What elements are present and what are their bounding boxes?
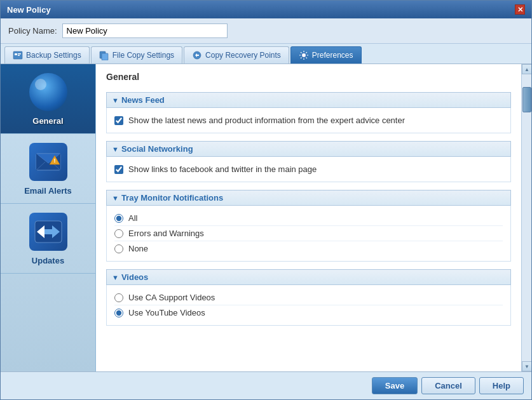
- section-body-social-networking: Show links to facebook and twitter in th…: [106, 157, 511, 182]
- videos-row-youtube: Use YouTube Videos: [114, 305, 503, 320]
- svg-text:!: !: [53, 157, 55, 164]
- globe-icon-wrap: [28, 72, 69, 112]
- section-label-videos: Videos: [121, 272, 148, 282]
- news-feed-row-0: Show the latest news and product informa…: [114, 113, 503, 128]
- policy-name-label: Policy Name:: [8, 26, 57, 36]
- dialog: New Policy ✕ Policy Name: Backup Setting…: [0, 0, 532, 400]
- tab-preferences-label: Preferences: [312, 51, 353, 60]
- sidebar-item-updates[interactable]: Updates: [1, 204, 95, 274]
- videos-radio-youtube[interactable]: [114, 309, 123, 317]
- section-label-news-feed: News Feed: [121, 95, 165, 105]
- svg-rect-5: [102, 53, 108, 60]
- main-panel-inner: General ▼ News Feed Show the latest news…: [96, 64, 521, 341]
- email-icon: !: [29, 143, 67, 181]
- tray-radio-none[interactable]: [114, 244, 123, 253]
- svg-rect-3: [18, 55, 20, 57]
- title-bar: New Policy ✕: [1, 1, 531, 18]
- email-icon-wrap: !: [28, 142, 69, 182]
- videos-radio-ca[interactable]: [114, 293, 123, 302]
- videos-label-ca: Use CA Support Videos: [128, 293, 215, 302]
- main-panel: General ▼ News Feed Show the latest news…: [96, 64, 521, 371]
- collapse-icon-tray: ▼: [112, 194, 119, 202]
- tray-row-none: None: [114, 241, 503, 256]
- section-videos: ▼ Videos Use CA Support Videos Use YouTu…: [106, 269, 511, 326]
- sidebar-item-general-label: General: [32, 116, 63, 126]
- section-body-tray-monitor: All Errors and Warnings None: [106, 206, 511, 262]
- tab-preferences[interactable]: Preferences: [290, 46, 362, 63]
- section-header-social-networking[interactable]: ▼ Social Networking: [106, 141, 511, 157]
- section-label-social-networking: Social Networking: [121, 144, 193, 154]
- tray-label-none: None: [128, 244, 148, 253]
- videos-label-youtube: Use YouTube Videos: [128, 308, 205, 317]
- policy-name-input[interactable]: [62, 23, 228, 38]
- sidebar-item-email-alerts-label: Email Alerts: [24, 186, 72, 196]
- dialog-title: New Policy: [7, 5, 51, 15]
- tray-radio-errors[interactable]: [114, 229, 123, 238]
- tab-copyrecovery-label: Copy Recovery Points: [205, 51, 281, 60]
- social-networking-row-0: Show links to facebook and twitter in th…: [114, 162, 503, 177]
- social-networking-label-0: Show links to facebook and twitter in th…: [128, 164, 317, 174]
- scroll-up-button[interactable]: ▲: [522, 64, 531, 74]
- copyrecovery-icon: [192, 50, 202, 60]
- section-body-news-feed: Show the latest news and product informa…: [106, 108, 511, 133]
- news-feed-label-0: Show the latest news and product informa…: [128, 116, 405, 125]
- cancel-button[interactable]: Cancel: [421, 377, 475, 394]
- scroll-down-button[interactable]: ▼: [522, 361, 531, 371]
- section-tray-monitor: ▼ Tray Monitor Notifications All Errors …: [106, 190, 511, 262]
- backup-icon: [13, 50, 23, 60]
- scrollbar-thumb[interactable]: [522, 87, 531, 112]
- tray-label-all: All: [128, 213, 137, 223]
- help-button[interactable]: Help: [479, 377, 524, 394]
- globe-icon: [29, 73, 67, 111]
- save-button[interactable]: Save: [372, 377, 418, 394]
- tab-copyrecovery[interactable]: Copy Recovery Points: [184, 46, 289, 63]
- panel-title: General: [106, 72, 511, 84]
- policy-name-row: Policy Name:: [1, 18, 531, 44]
- section-news-feed: ▼ News Feed Show the latest news and pro…: [106, 92, 511, 133]
- videos-row-ca: Use CA Support Videos: [114, 290, 503, 305]
- section-label-tray-monitor: Tray Monitor Notifications: [121, 193, 223, 203]
- update-icon-wrap: [28, 211, 69, 252]
- footer: Save Cancel Help: [1, 371, 531, 399]
- collapse-icon-news-feed: ▼: [112, 97, 119, 104]
- section-header-news-feed[interactable]: ▼ News Feed: [106, 92, 511, 108]
- section-body-videos: Use CA Support Videos Use YouTube Videos: [106, 285, 511, 326]
- news-feed-checkbox[interactable]: [114, 116, 123, 125]
- section-header-tray-monitor[interactable]: ▼ Tray Monitor Notifications: [106, 190, 511, 206]
- section-header-videos[interactable]: ▼ Videos: [106, 269, 511, 285]
- update-icon: [29, 213, 67, 251]
- tray-radio-all[interactable]: [114, 214, 123, 223]
- tabs-row: Backup Settings File Copy Settings Copy …: [1, 44, 531, 64]
- filecopy-icon: [99, 50, 109, 60]
- tab-filecopy-label: File Copy Settings: [113, 51, 174, 60]
- scrollbar[interactable]: ▲ ▼: [521, 64, 531, 371]
- social-networking-checkbox[interactable]: [114, 165, 123, 174]
- content-area: General !: [1, 64, 531, 371]
- tray-row-all: All: [114, 211, 503, 225]
- collapse-icon-videos: ▼: [112, 274, 119, 281]
- preferences-icon: [299, 50, 309, 60]
- sidebar: General !: [1, 64, 96, 371]
- svg-rect-2: [18, 53, 21, 55]
- tab-filecopy[interactable]: File Copy Settings: [91, 46, 182, 63]
- collapse-icon-social: ▼: [112, 145, 119, 153]
- svg-point-7: [302, 53, 306, 57]
- svg-rect-1: [15, 53, 17, 55]
- sidebar-item-updates-label: Updates: [32, 256, 64, 265]
- sidebar-item-email-alerts[interactable]: ! Email Alerts: [1, 134, 95, 204]
- tab-backup[interactable]: Backup Settings: [4, 46, 90, 63]
- tab-backup-label: Backup Settings: [26, 51, 81, 60]
- close-button[interactable]: ✕: [515, 4, 525, 15]
- sidebar-item-general[interactable]: General: [1, 64, 95, 134]
- tray-label-errors: Errors and Warnings: [128, 229, 204, 238]
- tray-row-errors: Errors and Warnings: [114, 225, 503, 241]
- section-social-networking: ▼ Social Networking Show links to facebo…: [106, 141, 511, 182]
